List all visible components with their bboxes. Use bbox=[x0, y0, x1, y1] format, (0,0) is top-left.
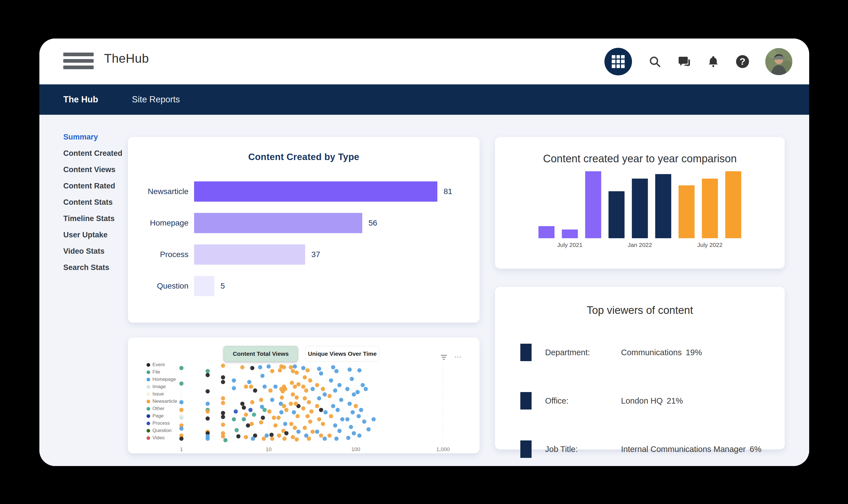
reports-sidebar: SummaryContent CreatedContent ViewsConte… bbox=[63, 133, 137, 280]
scatter-point bbox=[296, 382, 301, 386]
nav-item-site-reports[interactable]: Site Reports bbox=[132, 94, 180, 105]
scatter-point bbox=[290, 381, 294, 385]
year-bar-5 bbox=[632, 179, 648, 238]
viewer-value: London HQ bbox=[621, 396, 663, 406]
scatter-point bbox=[221, 364, 225, 368]
scatter-point bbox=[352, 431, 356, 435]
scatter-point bbox=[221, 415, 225, 419]
scatter-point bbox=[354, 404, 358, 408]
avatar[interactable] bbox=[765, 48, 792, 75]
scatter-point bbox=[317, 417, 321, 421]
scatter-point bbox=[293, 426, 297, 430]
scatter-point bbox=[269, 433, 274, 437]
chat-icon[interactable] bbox=[678, 55, 690, 68]
content-by-type-bars: Newsarticle81Homepage56Process37Question… bbox=[128, 176, 480, 302]
scatter-point bbox=[308, 378, 312, 382]
scatter-point bbox=[259, 398, 263, 402]
scatter-plot: 1101001,000 bbox=[128, 338, 480, 453]
scatter-point bbox=[283, 387, 287, 391]
bar-category-label: Newsarticle bbox=[128, 187, 194, 196]
scatter-point bbox=[336, 408, 340, 412]
nav-item-the-hub[interactable]: The Hub bbox=[63, 94, 98, 105]
scatter-point bbox=[315, 383, 319, 387]
sidebar-item-user-uptake[interactable]: User Uptake bbox=[63, 231, 137, 239]
scatter-point bbox=[321, 422, 325, 426]
scatter-point bbox=[333, 389, 337, 393]
year-bar-1 bbox=[539, 226, 555, 238]
scatter-x-tick: 1,000 bbox=[436, 446, 450, 452]
scatter-point bbox=[335, 369, 339, 373]
scatter-point bbox=[283, 422, 287, 426]
scatter-x-tick: 100 bbox=[351, 446, 360, 452]
scatter-point bbox=[335, 436, 339, 441]
top-viewers-rows: Department:Communications19%Office:Londo… bbox=[495, 336, 785, 466]
scatter-point bbox=[359, 408, 363, 412]
year-comparison-card: Content created year to year comparison … bbox=[495, 137, 785, 269]
scatter-point bbox=[273, 384, 277, 389]
bell-icon[interactable] bbox=[707, 55, 720, 68]
scatter-point bbox=[294, 371, 299, 375]
bar-row-question: Question5 bbox=[128, 270, 480, 302]
scatter-point bbox=[261, 436, 266, 441]
content-by-type-card: Content Created by Type Newsarticle81Hom… bbox=[128, 137, 480, 323]
scatter-point bbox=[301, 366, 305, 370]
scatter-point bbox=[340, 417, 345, 421]
scatter-point bbox=[310, 430, 315, 434]
scatter-point bbox=[331, 365, 335, 369]
scatter-point bbox=[251, 436, 255, 441]
bar-fill-question bbox=[194, 276, 214, 296]
content-by-type-title: Content Created by Type bbox=[128, 151, 480, 162]
scatter-point bbox=[221, 434, 225, 438]
scatter-point bbox=[205, 389, 210, 394]
scatter-point bbox=[272, 416, 276, 420]
scatter-point bbox=[179, 381, 184, 385]
scatter-point bbox=[246, 423, 250, 428]
sidebar-item-content-created[interactable]: Content Created bbox=[63, 150, 137, 157]
scatter-point bbox=[372, 417, 376, 421]
scatter-point bbox=[240, 402, 245, 406]
search-icon[interactable] bbox=[648, 55, 661, 68]
scatter-point bbox=[221, 401, 225, 405]
scatter-point bbox=[293, 384, 297, 389]
scatter-point bbox=[362, 420, 366, 424]
apps-launcher-button[interactable] bbox=[605, 48, 632, 75]
viewer-bullet bbox=[520, 344, 531, 361]
scatter-point bbox=[253, 389, 257, 393]
scatter-point bbox=[317, 367, 321, 371]
scatter-point bbox=[293, 364, 297, 369]
scatter-point bbox=[248, 408, 253, 412]
scatter-point bbox=[221, 423, 225, 427]
scatter-point bbox=[232, 386, 236, 390]
sidebar-item-content-stats[interactable]: Content Stats bbox=[63, 199, 137, 206]
scatter-point bbox=[356, 390, 360, 394]
scatter-point bbox=[205, 373, 210, 377]
scatter-point bbox=[327, 394, 331, 398]
scatter-point bbox=[247, 380, 251, 384]
scatter-point bbox=[270, 436, 274, 441]
sidebar-item-video-stats[interactable]: Video Stats bbox=[63, 248, 137, 255]
hamburger-menu-icon[interactable] bbox=[63, 53, 94, 70]
year-bar-6 bbox=[655, 174, 671, 238]
scatter-point bbox=[259, 420, 263, 425]
scatter-point bbox=[261, 416, 265, 420]
sidebar-item-content-views[interactable]: Content Views bbox=[63, 166, 137, 174]
help-icon[interactable]: ? bbox=[736, 55, 749, 68]
sidebar-item-summary[interactable]: Summary bbox=[63, 133, 137, 141]
bar-category-label: Question bbox=[128, 282, 194, 290]
sidebar-item-search-stats[interactable]: Search Stats bbox=[63, 264, 137, 271]
sidebar-item-content-rated[interactable]: Content Rated bbox=[63, 182, 137, 190]
year-bar-8 bbox=[702, 179, 718, 238]
scatter-point bbox=[284, 431, 289, 435]
sidebar-item-timeline-stats[interactable]: Timeline Stats bbox=[63, 215, 137, 222]
scatter-point bbox=[270, 369, 274, 373]
scatter-point bbox=[315, 404, 319, 408]
scatter-point bbox=[276, 416, 281, 420]
scatter-point bbox=[221, 375, 225, 379]
scatter-point bbox=[357, 433, 361, 438]
bar-category-label: Homepage bbox=[128, 218, 194, 228]
scatter-point bbox=[205, 436, 210, 441]
scatter-point bbox=[348, 367, 352, 372]
scatter-point bbox=[338, 429, 342, 433]
scatter-point bbox=[349, 377, 354, 381]
scatter-point bbox=[294, 437, 299, 442]
